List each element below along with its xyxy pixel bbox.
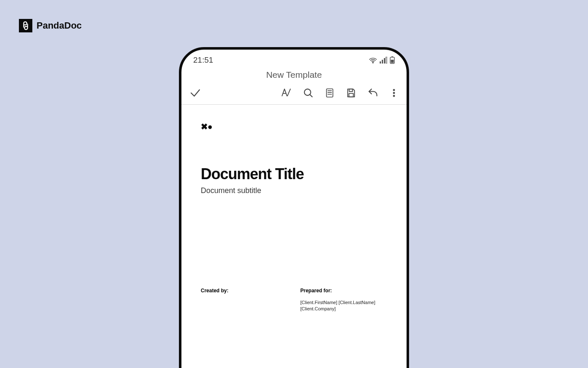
wifi-icon xyxy=(369,57,377,64)
save-icon[interactable] xyxy=(345,87,357,99)
svg-rect-15 xyxy=(349,93,354,97)
svg-point-16 xyxy=(393,89,395,91)
svg-rect-10 xyxy=(326,89,333,97)
status-time: 21:51 xyxy=(193,56,213,65)
svg-point-0 xyxy=(373,62,373,63)
svg-rect-2 xyxy=(382,60,383,64)
confirm-check-icon[interactable] xyxy=(189,87,202,99)
document-subtitle[interactable]: Document subtitle xyxy=(201,186,387,195)
svg-rect-4 xyxy=(386,57,387,64)
more-vertical-icon[interactable] xyxy=(389,87,399,99)
svg-rect-1 xyxy=(380,61,381,64)
svg-rect-6 xyxy=(391,56,393,57)
prepared-for-column: Prepared for: [Client.FirstName] [Client… xyxy=(300,288,387,312)
svg-rect-3 xyxy=(384,58,385,64)
reader-view-icon[interactable] xyxy=(324,87,335,99)
document-small-logo: ✖● xyxy=(201,122,387,132)
brand-name: PandaDoc xyxy=(37,20,82,31)
document-title[interactable]: Document Title xyxy=(201,165,387,183)
undo-icon[interactable] xyxy=(367,87,379,99)
search-icon[interactable] xyxy=(302,87,314,99)
client-name-token[interactable]: [Client.FirstName] [Client.LastName] xyxy=(300,299,387,306)
document-meta-columns: Created by: Prepared for: [Client.FirstN… xyxy=(201,288,387,312)
created-by-label: Created by: xyxy=(201,288,288,294)
phone-frame: 21:51 New Template xyxy=(179,47,409,368)
svg-rect-14 xyxy=(349,89,352,92)
signal-icon xyxy=(380,57,387,64)
prepared-for-label: Prepared for: xyxy=(300,288,387,294)
svg-rect-7 xyxy=(391,60,394,63)
top-toolbar xyxy=(181,84,407,104)
status-icons xyxy=(369,56,395,64)
battery-icon xyxy=(390,56,395,64)
svg-point-17 xyxy=(393,92,395,94)
text-style-icon[interactable] xyxy=(281,87,292,99)
svg-line-9 xyxy=(310,95,312,97)
brand-logo-block: PandaDoc xyxy=(19,19,82,32)
client-company-token[interactable]: [Client.Company] xyxy=(300,306,387,312)
status-bar: 21:51 xyxy=(181,50,407,67)
pandadoc-logo-icon xyxy=(19,19,32,32)
document-canvas[interactable]: ✖● Document Title Document subtitle Crea… xyxy=(181,105,407,312)
svg-point-18 xyxy=(393,95,395,97)
created-by-column: Created by: xyxy=(201,288,288,312)
app-header-title: New Template xyxy=(181,67,407,84)
